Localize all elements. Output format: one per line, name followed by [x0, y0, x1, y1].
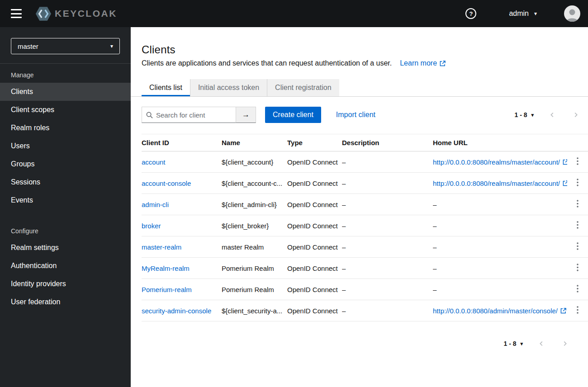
create-client-button[interactable]: Create client: [265, 107, 321, 123]
column-header-actions: [567, 134, 588, 151]
kebab-icon: [577, 242, 579, 250]
client-id-link[interactable]: security-admin-console: [142, 307, 211, 315]
client-name: ${client_security-a...: [222, 307, 282, 315]
page-title: Clients: [142, 43, 588, 56]
client-name: ${client_account-c...: [222, 179, 282, 187]
client-description: –: [342, 286, 346, 293]
sidebar-item-clients[interactable]: Clients: [0, 83, 131, 101]
keycloak-logo: KEYCLOAK: [35, 6, 117, 21]
client-name: Pomerium Realm: [222, 286, 274, 293]
chevron-down-icon: ▾: [534, 10, 537, 17]
avatar[interactable]: [564, 5, 580, 22]
row-actions-kebab-button[interactable]: [572, 283, 583, 295]
client-description: –: [342, 307, 346, 315]
client-id-link[interactable]: Pomerium-realm: [142, 286, 192, 293]
keycloak-icon: [35, 6, 52, 21]
sidebar-item-events[interactable]: Events: [0, 191, 131, 209]
pagination-range-dropdown[interactable]: 1 - 8 ▾: [503, 340, 523, 347]
sidebar-section-configure: Configure: [0, 209, 131, 239]
column-header-home-url: Home URL: [433, 134, 567, 151]
client-id-link[interactable]: account-console: [142, 179, 191, 187]
client-type: OpenID Connect: [287, 179, 338, 187]
table-row: MyRealm-realm Pomerium Realm OpenID Conn…: [142, 258, 588, 279]
chevron-down-icon: ▾: [520, 341, 523, 347]
home-url-empty: –: [433, 286, 436, 293]
home-url-link[interactable]: http://0.0.0.0:8080/admin/master/console…: [433, 307, 566, 315]
row-actions-kebab-button[interactable]: [572, 262, 583, 274]
table-header-row: Client ID Name Type Description Home URL: [142, 134, 588, 151]
pagination-range-dropdown[interactable]: 1 - 8 ▾: [514, 111, 534, 118]
sidebar-item-sessions[interactable]: Sessions: [0, 173, 131, 191]
client-name: ${client_admin-cli}: [222, 201, 277, 208]
chevron-left-icon: [549, 111, 555, 118]
realm-selector[interactable]: master ▾: [11, 38, 120, 54]
row-actions-kebab-button[interactable]: [572, 198, 583, 210]
search-input[interactable]: [156, 111, 236, 119]
row-actions-kebab-button[interactable]: [572, 177, 583, 189]
client-id-link[interactable]: broker: [142, 222, 161, 230]
user-menu-dropdown[interactable]: admin ▾: [509, 9, 537, 18]
home-url-link[interactable]: http://0.0.0.0:8080/realms/master/accoun…: [433, 179, 567, 187]
top-pagination: 1 - 8 ▾: [514, 109, 581, 120]
home-url-empty: –: [433, 201, 436, 208]
chevron-down-icon: ▾: [531, 112, 534, 118]
chevron-left-icon: [538, 340, 545, 347]
client-description: –: [342, 222, 346, 230]
column-header-type: Type: [287, 134, 342, 151]
sidebar-item-client-scopes[interactable]: Client scopes: [0, 101, 131, 119]
brand-wordmark: KEYCLOAK: [55, 8, 117, 19]
help-icon[interactable]: ?: [465, 8, 476, 19]
tab-bar: Clients list Initial access token Client…: [131, 79, 588, 97]
sidebar-item-realm-settings[interactable]: Realm settings: [0, 239, 131, 257]
table-row: security-admin-console ${client_security…: [142, 300, 588, 321]
home-url-link[interactable]: http://0.0.0.0:8080/realms/master/accoun…: [433, 158, 567, 166]
sidebar-item-realm-roles[interactable]: Realm roles: [0, 119, 131, 137]
tab-client-registration[interactable]: Client registration: [267, 79, 339, 96]
sidebar-item-groups[interactable]: Groups: [0, 155, 131, 173]
client-id-link[interactable]: account: [142, 158, 166, 166]
user-silhouette-icon: [564, 6, 580, 22]
learn-more-link[interactable]: Learn more: [400, 59, 446, 67]
pagination-prev-button[interactable]: [536, 338, 546, 349]
client-name: Pomerium Realm: [222, 264, 274, 272]
chevron-down-icon: ▾: [110, 43, 113, 49]
row-actions-kebab-button[interactable]: [572, 220, 583, 231]
sidebar-item-user-federation[interactable]: User federation: [0, 293, 131, 311]
pagination-prev-button[interactable]: [547, 109, 557, 120]
client-description: –: [342, 243, 346, 251]
username-label: admin: [509, 9, 529, 18]
table-row: account ${client_account} OpenID Connect…: [142, 151, 588, 173]
realm-selector-value: master: [18, 42, 38, 50]
sidebar-item-users[interactable]: Users: [0, 137, 131, 155]
search-icon: [146, 112, 153, 118]
masthead-actions: ? admin ▾: [465, 5, 580, 22]
table-row: account-console ${client_account-c... Op…: [142, 173, 588, 194]
sidebar-item-authentication[interactable]: Authentication: [0, 257, 131, 275]
pagination-next-button[interactable]: [571, 109, 581, 120]
tab-initial-access-token[interactable]: Initial access token: [190, 79, 267, 96]
masthead: KEYCLOAK ? admin ▾: [0, 0, 588, 27]
sidebar-section-manage: Manage: [0, 64, 131, 83]
client-id-link[interactable]: admin-cli: [142, 201, 169, 208]
column-header-client-id: Client ID: [142, 134, 222, 151]
tab-clients-list[interactable]: Clients list: [142, 79, 190, 96]
toolbar: → Create client Import client 1 - 8 ▾: [142, 107, 588, 123]
nav-toggle-button[interactable]: [11, 9, 22, 18]
external-link-icon: [563, 180, 567, 186]
search-submit-button[interactable]: →: [236, 107, 256, 123]
row-actions-kebab-button[interactable]: [572, 156, 583, 168]
client-id-link[interactable]: master-realm: [142, 243, 181, 251]
pagination-next-button[interactable]: [560, 338, 570, 349]
chevron-right-icon: [573, 111, 579, 118]
client-type: OpenID Connect: [287, 243, 338, 251]
row-actions-kebab-button[interactable]: [572, 241, 583, 253]
sidebar-item-identity-providers[interactable]: Identity providers: [0, 275, 131, 293]
clients-table: Client ID Name Type Description Home URL…: [142, 134, 588, 321]
client-id-link[interactable]: MyRealm-realm: [142, 264, 190, 272]
client-name: master Realm: [222, 243, 264, 251]
row-actions-kebab-button[interactable]: [572, 305, 583, 316]
table-row: broker ${client_broker} OpenID Connect –…: [142, 215, 588, 236]
column-header-name: Name: [222, 134, 287, 151]
import-client-link[interactable]: Import client: [336, 111, 375, 119]
external-link-icon: [560, 308, 566, 314]
